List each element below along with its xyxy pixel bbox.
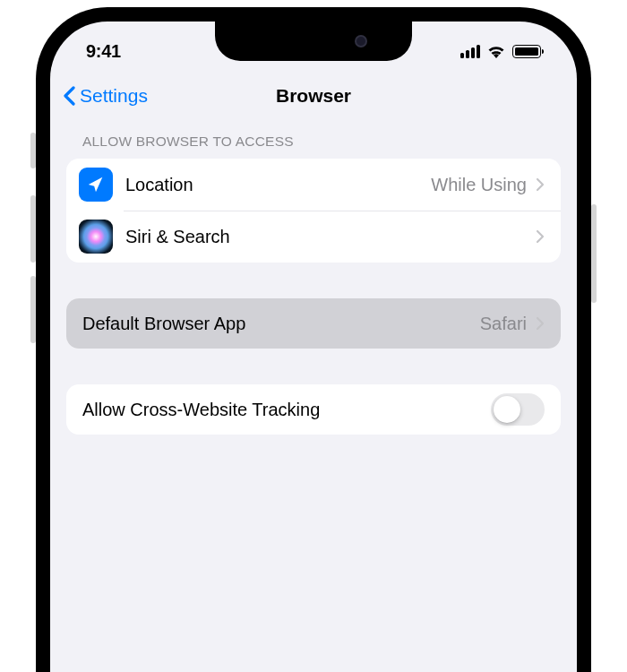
chevron-right-icon xyxy=(536,229,545,244)
default-browser-label: Default Browser App xyxy=(82,314,480,334)
tracking-toggle[interactable] xyxy=(491,393,545,426)
battery-icon xyxy=(512,45,541,58)
default-browser-group: Default Browser App Safari xyxy=(66,298,561,349)
siri-search-row[interactable]: Siri & Search xyxy=(66,211,561,263)
default-browser-value: Safari xyxy=(480,314,527,334)
back-button[interactable]: Settings xyxy=(63,85,148,107)
page-title: Browser xyxy=(276,85,351,107)
cross-website-tracking-row: Allow Cross-Website Tracking xyxy=(66,384,561,435)
location-value: While Using xyxy=(431,175,527,195)
content: ALLOW BROWSER TO ACCESS Location While U… xyxy=(50,120,577,435)
location-label: Location xyxy=(125,175,431,195)
navigation-bar: Settings Browser xyxy=(50,72,577,120)
iphone-frame: 9:41 Settings Browser xyxy=(36,7,591,672)
siri-icon xyxy=(79,220,113,254)
chevron-right-icon xyxy=(536,177,545,192)
power-button xyxy=(591,204,597,303)
location-row[interactable]: Location While Using xyxy=(66,159,561,211)
status-time: 9:41 xyxy=(86,32,121,62)
chevron-left-icon xyxy=(63,86,76,106)
silent-switch xyxy=(30,133,36,168)
chevron-right-icon xyxy=(536,316,545,331)
wifi-icon xyxy=(486,43,506,59)
tracking-group: Allow Cross-Website Tracking xyxy=(66,384,561,435)
volume-up-button xyxy=(30,195,36,263)
status-indicators xyxy=(460,34,541,59)
cellular-icon xyxy=(460,45,480,58)
notch xyxy=(215,22,412,61)
toggle-knob xyxy=(494,396,520,423)
tracking-label: Allow Cross-Website Tracking xyxy=(82,400,491,420)
default-browser-row[interactable]: Default Browser App Safari xyxy=(66,298,561,349)
screen: 9:41 Settings Browser xyxy=(50,22,577,672)
siri-label: Siri & Search xyxy=(125,227,536,247)
volume-down-button xyxy=(30,276,36,343)
front-camera xyxy=(355,35,367,47)
back-label: Settings xyxy=(80,85,148,107)
section-header-access: ALLOW BROWSER TO ACCESS xyxy=(66,134,561,159)
location-icon xyxy=(79,168,113,202)
access-list-group: Location While Using Siri & Search xyxy=(66,159,561,263)
